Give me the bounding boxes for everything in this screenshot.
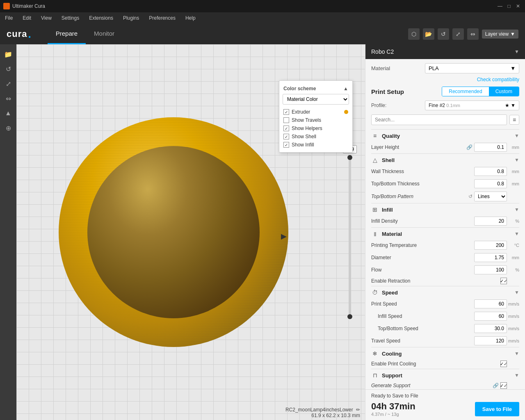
layer-height-link-icon[interactable]: 🔗 xyxy=(466,144,472,150)
infill-section-header[interactable]: ⊞ Infill ▼ xyxy=(371,203,519,215)
show-travels-checkbox[interactable] xyxy=(283,117,289,123)
tab-monitor[interactable]: Monitor xyxy=(86,24,123,44)
layer-slider-thumb-top[interactable] xyxy=(347,155,352,160)
material-chevron-icon: ▼ xyxy=(514,231,519,237)
sidebar-tool1-btn[interactable]: ▲ xyxy=(2,107,15,120)
print-time: 04h 37min xyxy=(371,401,415,412)
layer-height-input[interactable] xyxy=(474,143,507,152)
enable-print-cooling-checkbox[interactable]: ✓ xyxy=(500,361,507,367)
extruder-label: Extruder xyxy=(292,109,310,115)
panel-content: Material PLA ▼ Check compatibility Print… xyxy=(365,59,525,389)
show-infill-checkbox[interactable]: ✓ xyxy=(283,142,289,148)
infill-density-input[interactable] xyxy=(474,217,507,226)
pattern-refresh-icon[interactable]: ↺ xyxy=(468,194,472,199)
color-scheme-select[interactable]: Material Color Line Type xyxy=(283,94,349,105)
search-menu-btn[interactable]: ≡ xyxy=(509,115,519,125)
menu-file[interactable]: File xyxy=(3,14,14,23)
print-speed-label: Print Speed xyxy=(371,301,474,307)
print-speed-unit: mm/s xyxy=(508,301,519,306)
mirror-btn[interactable]: ⇔ xyxy=(467,28,479,40)
top-bottom-pattern-select[interactable]: Lines Concentric xyxy=(474,192,507,201)
show-shell-item[interactable]: ✓ Show Shell xyxy=(279,132,352,141)
cooling-section-header[interactable]: ❄ Cooling ▼ xyxy=(371,347,519,359)
maximize-button[interactable]: □ xyxy=(505,2,513,10)
support-section-header[interactable]: ⊓ Support ▼ xyxy=(371,369,519,381)
material-section-header[interactable]: ||| Material ▼ xyxy=(371,227,519,239)
profile-row: Profile: Fine #2 0.1mm ★ ▼ xyxy=(371,100,519,110)
menu-extensions[interactable]: Extensions xyxy=(87,14,115,23)
extruder-checkbox[interactable]: ✓ xyxy=(283,109,289,115)
dropdown-chevron-icon: ▼ xyxy=(510,31,515,37)
save-to-file-button[interactable]: Save to File xyxy=(475,402,519,416)
tab-recommended[interactable]: Recommended xyxy=(442,87,488,96)
material-label: Material xyxy=(371,65,390,71)
tab-prepare[interactable]: Prepare xyxy=(48,24,86,44)
diameter-input[interactable] xyxy=(474,253,507,262)
app-body: cura . Prepare Monitor ⬡ 📂 ↺ ⤢ ⇔ Layer v… xyxy=(0,24,525,420)
quality-section-header[interactable]: ≡ Quality ▼ xyxy=(371,129,519,141)
layer-slider-thumb-bottom[interactable] xyxy=(347,314,352,319)
menu-settings[interactable]: Settings xyxy=(60,14,81,23)
layer-slider-track[interactable] xyxy=(349,155,351,319)
travel-speed-input[interactable] xyxy=(474,336,507,345)
profile-select[interactable]: Fine #2 0.1mm ★ ▼ xyxy=(425,100,519,110)
minimize-button[interactable]: — xyxy=(496,2,504,10)
generate-support-checkbox[interactable]: ✓ xyxy=(500,382,507,389)
3d-view-btn[interactable]: ⬡ xyxy=(408,28,420,40)
open-file-btn[interactable]: 📂 xyxy=(423,28,434,40)
content-area: 📁 ↺ ⤢ ⇔ ▲ ⊕ Color scheme ▲ xyxy=(0,44,525,420)
menu-preferences[interactable]: Preferences xyxy=(147,14,177,23)
top-bottom-thickness-row: Top/Bottom Thickness mm xyxy=(371,178,519,190)
search-input[interactable] xyxy=(371,114,507,125)
support-link-icon[interactable]: 🔗 xyxy=(493,383,499,388)
enable-retraction-checkbox[interactable]: ✓ xyxy=(500,278,507,284)
extruder-item[interactable]: ✓ Extruder xyxy=(279,108,352,116)
sidebar-open-btn[interactable]: 📁 xyxy=(2,48,15,61)
top-bottom-speed-input[interactable] xyxy=(474,324,507,333)
show-helpers-item[interactable]: ✓ Show Helpers xyxy=(279,124,352,132)
infill-speed-input[interactable] xyxy=(474,312,507,321)
menu-plugins[interactable]: Plugins xyxy=(121,14,141,23)
rotate-btn[interactable]: ↺ xyxy=(438,28,449,40)
flow-input[interactable] xyxy=(474,265,507,274)
menu-edit[interactable]: Edit xyxy=(21,14,33,23)
infill-density-label: Infill Density xyxy=(371,218,474,224)
quality-chevron-icon: ▼ xyxy=(514,133,519,139)
view-dropdown[interactable]: Layer view ▼ xyxy=(482,30,518,39)
show-infill-item[interactable]: ✓ Show Infill xyxy=(279,141,352,149)
profile-star-icon[interactable]: ★ xyxy=(505,103,509,108)
canvas-area: Color scheme ▲ Material Color Line Type … xyxy=(16,44,365,420)
travel-speed-unit: mm/s xyxy=(508,338,519,343)
dropdown-close-icon[interactable]: ▲ xyxy=(343,86,348,91)
close-button[interactable]: ✕ xyxy=(514,2,522,10)
show-travels-item[interactable]: Show Travels xyxy=(279,116,352,124)
show-helpers-checkbox[interactable]: ✓ xyxy=(283,126,289,131)
edit-icon[interactable]: ✏ xyxy=(356,407,360,413)
top-bottom-thickness-input[interactable] xyxy=(474,179,507,188)
speed-section-header[interactable]: ⏱ Speed ▼ xyxy=(371,286,519,298)
sidebar-mirror-btn[interactable]: ⇔ xyxy=(2,92,15,105)
show-shell-checkbox[interactable]: ✓ xyxy=(283,134,289,139)
tab-custom[interactable]: Custom xyxy=(489,87,519,96)
wall-thickness-input[interactable] xyxy=(474,167,507,176)
save-info: 04h 37min 4.37m / ~ 13g xyxy=(371,401,415,417)
printing-temp-input[interactable] xyxy=(474,241,507,250)
play-button[interactable]: ▶ xyxy=(278,231,290,242)
sidebar-tool2-btn[interactable]: ⊕ xyxy=(2,121,15,135)
layer-height-unit: mm xyxy=(508,145,519,150)
generate-support-label: Generate Support xyxy=(371,383,493,388)
check-compat-link[interactable]: Check compatibility xyxy=(371,77,519,82)
menu-view[interactable]: View xyxy=(39,14,53,23)
profile-detail: 0.1mm xyxy=(446,103,460,108)
shell-section-header[interactable]: △ Shell ▼ xyxy=(371,153,519,165)
panel-header-chevron-icon[interactable]: ▼ xyxy=(514,49,519,55)
sidebar-rotate-btn[interactable]: ↺ xyxy=(2,62,15,75)
scale-btn[interactable]: ⤢ xyxy=(452,28,464,40)
infill-chevron-icon: ▼ xyxy=(514,207,519,212)
sidebar-scale-btn[interactable]: ⤢ xyxy=(2,77,15,90)
print-speed-input[interactable] xyxy=(474,299,507,308)
material-select[interactable]: PLA ▼ xyxy=(425,63,519,73)
logo-text: cura xyxy=(7,29,27,39)
menu-help[interactable]: Help xyxy=(184,14,197,23)
extruder-dot xyxy=(344,110,348,114)
